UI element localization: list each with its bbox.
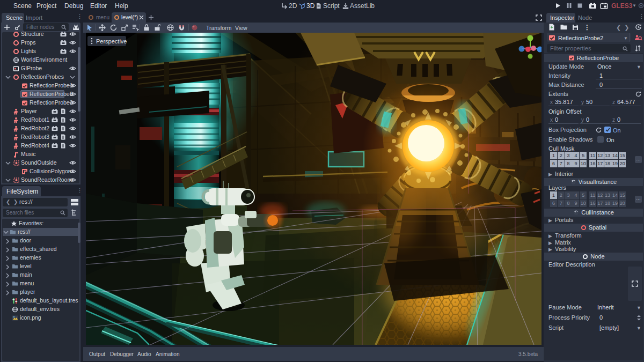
svg-text:Perspective: Perspective	[96, 38, 127, 45]
